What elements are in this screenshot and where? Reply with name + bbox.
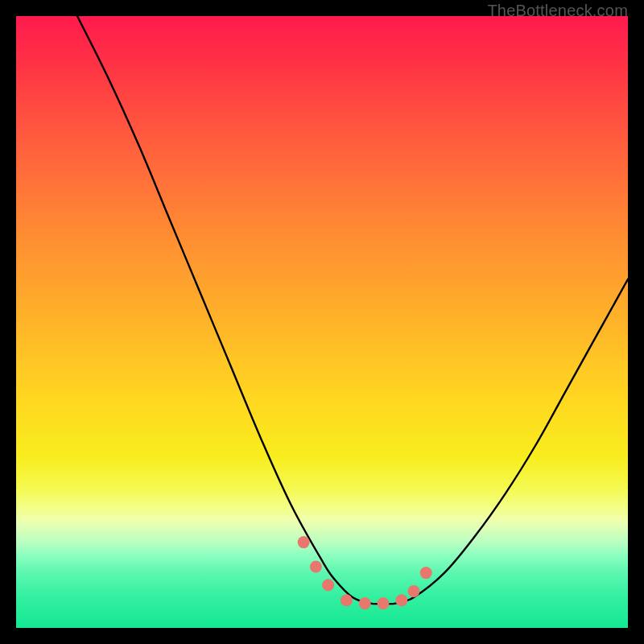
marker-point xyxy=(310,561,322,573)
marker-point xyxy=(395,594,407,606)
marker-point xyxy=(322,579,334,591)
marker-point xyxy=(341,594,353,606)
marker-point xyxy=(420,567,432,579)
plot-area xyxy=(16,16,628,628)
chart-frame: TheBottleneck.com xyxy=(0,0,644,644)
marker-point xyxy=(408,585,420,597)
marker-point xyxy=(378,597,390,609)
bottleneck-curve-line xyxy=(77,16,628,604)
marker-point xyxy=(298,536,310,548)
marker-point xyxy=(359,597,371,609)
bottleneck-chart-svg xyxy=(16,16,628,628)
